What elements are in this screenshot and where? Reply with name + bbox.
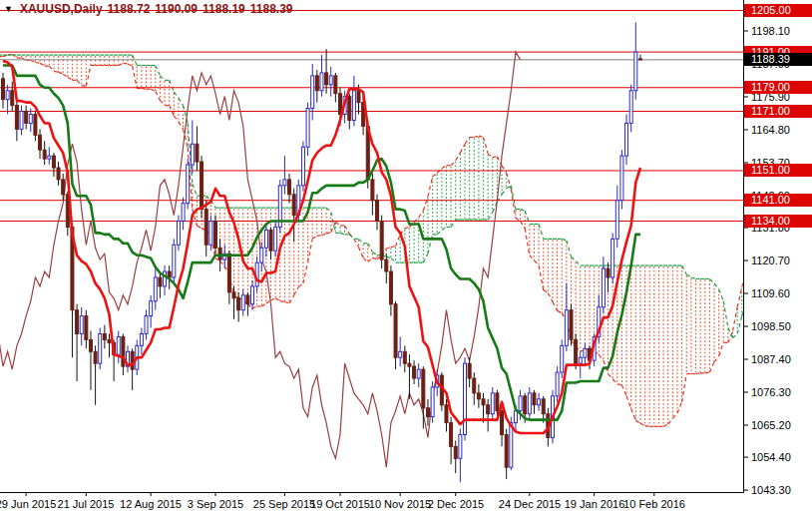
date-tick-label: 2 Dec 2015 bbox=[422, 498, 490, 511]
bear-candle-body bbox=[34, 115, 37, 136]
bear-candle-body bbox=[218, 248, 221, 259]
bear-candle-body bbox=[408, 363, 411, 366]
senkou-span-a-line bbox=[326, 233, 331, 234]
bear-candle-body bbox=[57, 168, 60, 180]
bull-candle-body bbox=[602, 268, 605, 307]
bear-candle-body bbox=[103, 333, 106, 339]
senkou-span-a-line bbox=[484, 138, 489, 154]
price-chart[interactable] bbox=[0, 0, 812, 515]
senkou-span-a-line bbox=[128, 64, 133, 66]
senkou-span-a-line bbox=[170, 106, 175, 116]
senkou-span-b-line bbox=[576, 261, 581, 265]
senkou-span-a-line bbox=[261, 303, 266, 306]
date-tick-label: 10 Feb 2016 bbox=[620, 498, 688, 511]
bear-candle-body bbox=[357, 91, 360, 103]
senkou-span-a-line bbox=[663, 424, 668, 426]
senkou-span-a-line bbox=[709, 362, 714, 372]
senkou-span-a-line bbox=[631, 408, 636, 420]
date-tick-label: 12 Aug 2015 bbox=[117, 498, 185, 511]
senkou-span-a-line bbox=[621, 385, 626, 396]
bear-candle-body bbox=[638, 59, 641, 60]
date-tick-label: 21 Jul 2015 bbox=[52, 498, 120, 511]
senkou-span-a-line bbox=[298, 283, 303, 287]
bear-candle-body bbox=[76, 310, 79, 334]
senkou-span-a-line bbox=[156, 91, 161, 100]
bear-candle-body bbox=[371, 180, 374, 201]
bear-candle-body bbox=[482, 399, 485, 405]
senkou-span-a-line bbox=[617, 384, 622, 385]
senkou-span-b-line bbox=[723, 301, 728, 328]
bull-candle-body bbox=[6, 91, 9, 100]
bull-candle-body bbox=[182, 204, 185, 222]
senkou-span-a-line bbox=[335, 222, 340, 226]
bear-candle-body bbox=[389, 271, 392, 304]
bear-candle-body bbox=[542, 399, 545, 414]
senkou-span-a-line bbox=[160, 100, 165, 105]
senkou-span-a-line bbox=[331, 222, 336, 232]
senkou-span-a-line bbox=[460, 144, 465, 153]
senkou-span-a-line bbox=[493, 157, 498, 158]
senkou-span-b-line bbox=[423, 254, 428, 262]
bear-candle-body bbox=[505, 434, 508, 467]
bear-candle-body bbox=[380, 222, 383, 260]
bull-candle-body bbox=[620, 156, 623, 201]
senkou-span-a-line bbox=[151, 89, 156, 91]
bear-candle-body bbox=[2, 79, 5, 100]
senkou-span-a-line bbox=[668, 418, 673, 424]
bull-candle-body bbox=[274, 227, 277, 251]
senkou-span-a-line bbox=[465, 138, 470, 145]
senkou-span-b-line bbox=[691, 277, 696, 278]
senkou-span-b-line bbox=[737, 316, 742, 334]
bear-candle-body bbox=[43, 150, 46, 159]
bull-candle-body bbox=[20, 112, 23, 130]
bull-candle-body bbox=[48, 156, 51, 159]
price-level-badge: 1141.00 bbox=[744, 194, 812, 207]
bear-candle-body bbox=[334, 76, 337, 94]
senkou-span-b-line bbox=[562, 239, 567, 240]
senkou-span-a-line bbox=[368, 258, 373, 262]
senkou-span-a-line bbox=[54, 71, 59, 72]
bull-candle-body bbox=[311, 76, 314, 109]
bear-candle-body bbox=[15, 106, 18, 130]
kijun-sen-line bbox=[3, 65, 640, 419]
bear-candle-body bbox=[25, 112, 28, 124]
senkou-span-a-line bbox=[645, 426, 650, 427]
senkou-span-a-line bbox=[544, 290, 549, 293]
bull-candle-body bbox=[615, 201, 618, 240]
senkou-span-a-line bbox=[31, 60, 36, 62]
bear-candle-body bbox=[237, 298, 240, 310]
senkou-span-a-line bbox=[280, 301, 285, 302]
senkou-span-a-line bbox=[419, 211, 424, 218]
bear-candle-body bbox=[524, 396, 527, 414]
bull-candle-body bbox=[352, 91, 355, 121]
senkou-span-a-line bbox=[733, 307, 738, 331]
price-level-badge: 1179.00 bbox=[744, 81, 812, 94]
senkou-span-a-line bbox=[197, 226, 202, 229]
bear-candle-body bbox=[288, 180, 291, 195]
senkou-span-b-line bbox=[571, 257, 576, 260]
senkou-span-a-line bbox=[391, 247, 396, 248]
bull-candle-body bbox=[399, 351, 402, 357]
quote-high: 1190.09 bbox=[155, 2, 198, 16]
plot-area[interactable] bbox=[0, 10, 751, 482]
senkou-span-a-line bbox=[548, 293, 553, 302]
bull-candle-body bbox=[629, 91, 632, 124]
bear-candle-body bbox=[570, 310, 573, 340]
bear-candle-body bbox=[246, 295, 249, 304]
senkou-span-b-line bbox=[193, 184, 198, 196]
senkou-span-a-line bbox=[521, 222, 526, 229]
senkou-span-a-line bbox=[321, 234, 326, 235]
tenkan-sen-line bbox=[3, 61, 640, 433]
senkou-span-b-line bbox=[349, 235, 354, 239]
bull-candle-body bbox=[177, 222, 180, 246]
senkou-span-b-line bbox=[682, 265, 687, 274]
chart-symbol-period: XAUUSD,Daily bbox=[20, 2, 103, 16]
senkou-span-b-line bbox=[170, 80, 175, 92]
chart-window: ▼XAUUSD,Daily1188.721190.091188.191188.3… bbox=[0, 0, 812, 515]
bear-candle-body bbox=[232, 292, 235, 298]
senkou-span-b-line bbox=[359, 239, 364, 243]
senkou-span-a-line bbox=[456, 153, 461, 160]
senkou-span-a-line bbox=[68, 77, 73, 80]
bear-candle-body bbox=[315, 76, 318, 91]
bull-candle-body bbox=[260, 248, 263, 262]
